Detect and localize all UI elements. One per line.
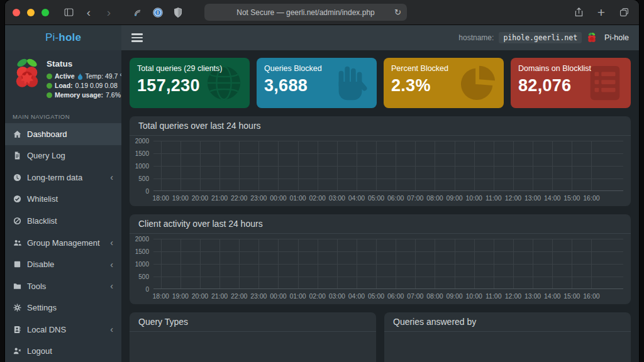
status-memory-value: 7.6% — [106, 91, 121, 99]
sidebar-item-blacklist[interactable]: Blacklist — [5, 210, 121, 232]
menu-toggle-icon[interactable] — [131, 33, 143, 42]
extension-antenna-icon[interactable] — [130, 5, 145, 20]
card-domains-blocklist: Domains on Blocklist 82,076 — [511, 58, 631, 108]
forward-button[interactable]: › — [101, 5, 116, 20]
panel-total-queries: Total queries over last 24 hours 0500100… — [130, 116, 631, 206]
card-queries-blocked: Queries Blocked 3,688 — [257, 58, 377, 108]
brand-pre: Pi- — [45, 31, 58, 44]
total-queries-chart: 0500100015002000 — [133, 141, 623, 191]
sidebar-item-settings[interactable]: Settings — [5, 297, 121, 319]
home-icon — [13, 130, 21, 138]
summary-cards: Total queries (29 clients) 157,230 Queri… — [130, 58, 631, 108]
minimize-window-button[interactable] — [27, 9, 35, 16]
sidebar-toggle-icon[interactable] — [61, 5, 76, 20]
chevron-left-icon: ‹ — [110, 238, 113, 247]
file-icon — [13, 151, 21, 160]
card-total-queries: Total queries (29 clients) 157,230 — [130, 58, 250, 108]
tab-overview-icon[interactable] — [616, 5, 631, 20]
logout-icon — [13, 347, 21, 355]
panel-title: Total queries over last 24 hours — [130, 116, 631, 136]
gear-icon — [13, 304, 21, 312]
address-bar[interactable]: Not Secure — geerli.net/admin/index.php … — [204, 4, 407, 21]
panel-client-activity: Client activity over last 24 hours 05001… — [130, 214, 631, 304]
browser-titlebar: ‹ › Not Secure — geerli.net/admin/index.… — [5, 0, 639, 25]
sidebar: Status Active Temp: 49.7 °C Load: 0.19 0… — [5, 50, 121, 362]
reload-icon[interactable]: ↻ — [394, 8, 401, 17]
check-circle-icon — [13, 195, 21, 203]
plot-area — [153, 239, 623, 289]
chevron-left-icon: ‹ — [110, 282, 113, 290]
main-content: Total queries (29 clients) 157,230 Queri… — [121, 50, 639, 362]
panel-query-types: Query Types — [130, 312, 376, 362]
raspberry-icon — [587, 32, 597, 43]
panel-title: Queries answered by — [384, 312, 631, 332]
card-percent-blocked: Percent Blocked 2.3% — [384, 58, 504, 108]
sidebar-item-logout[interactable]: Logout — [5, 340, 121, 362]
status-temp: Temp: 49.7 °C — [86, 72, 121, 80]
status-memory-label: Memory usage: — [55, 91, 103, 99]
status-load-value: 0.19 0.09 0.08 — [75, 82, 118, 89]
status-active-dot — [47, 74, 52, 79]
folder-icon — [13, 282, 21, 290]
panel-title: Client activity over last 24 hours — [130, 214, 631, 234]
hostname-label: hostname: — [458, 33, 494, 42]
new-tab-button[interactable]: + — [594, 5, 609, 20]
sidebar-item-tools[interactable]: Tools ‹ — [5, 275, 121, 297]
back-button[interactable]: ‹ — [81, 5, 96, 20]
sidebar-item-group-management[interactable]: Group Management ‹ — [5, 232, 121, 254]
sidebar-item-dashboard[interactable]: Dashboard — [5, 123, 121, 145]
nav-section-label: MAIN NAVIGATION — [5, 107, 121, 123]
sidebar-item-query-log[interactable]: Query Log — [5, 145, 121, 167]
hostname-value: pihole.geerli.net — [499, 32, 582, 43]
chevron-left-icon: ‹ — [110, 260, 113, 269]
ban-icon — [13, 217, 21, 225]
app-header: Pi-hole hostname: pihole.geerli.net Pi-h… — [5, 25, 639, 50]
stop-icon — [13, 260, 21, 268]
pihole-brand[interactable]: Pi-hole — [5, 25, 121, 50]
extension-1password-icon[interactable] — [150, 5, 165, 20]
status-title: Status — [47, 59, 121, 69]
browser-window: ‹ › Not Secure — geerli.net/admin/index.… — [5, 0, 639, 362]
navbar-brand-label: Pi-hole — [604, 33, 629, 42]
clock-icon — [13, 173, 21, 182]
client-activity-chart: 0500100015002000 — [133, 239, 623, 289]
extension-shield-icon[interactable] — [170, 5, 186, 20]
zoom-window-button[interactable] — [42, 9, 49, 16]
address-book-icon — [13, 326, 21, 334]
status-active-label: Active — [55, 72, 75, 80]
status-load-dot — [47, 83, 52, 89]
raspberry-logo — [14, 58, 40, 90]
brand-bold: hole — [58, 31, 81, 44]
plot-area — [153, 141, 623, 191]
address-bar-text: Not Secure — geerli.net/admin/index.php — [236, 8, 374, 17]
sidebar-item-disable[interactable]: Disable ‹ — [5, 253, 121, 275]
x-axis: 18:0019:0020:0021:0022:0023:0000:0001:00… — [153, 193, 623, 203]
panel-queries-answered-by: Queries answered by — [384, 312, 631, 362]
sidebar-item-local-dns[interactable]: Local DNS ‹ — [5, 319, 121, 341]
chevron-left-icon: ‹ — [110, 325, 113, 334]
y-axis: 0500100015002000 — [133, 239, 153, 289]
users-icon — [13, 239, 21, 247]
close-window-button[interactable] — [13, 9, 20, 16]
chevron-left-icon: ‹ — [110, 173, 113, 182]
status-load-label: Load: — [55, 82, 73, 89]
top-navbar: hostname: pihole.geerli.net Pi-hole — [121, 25, 639, 50]
status-memory-dot — [47, 92, 52, 98]
status-box: Status Active Temp: 49.7 °C Load: 0.19 0… — [5, 50, 121, 107]
panel-title: Query Types — [130, 312, 376, 332]
sidebar-item-long-term-data[interactable]: Long-term data ‹ — [5, 167, 121, 189]
sidebar-item-whitelist[interactable]: Whitelist — [5, 189, 121, 211]
y-axis: 0500100015002000 — [133, 141, 153, 191]
temp-icon — [77, 73, 83, 80]
x-axis: 18:0019:0020:0021:0022:0023:0000:0001:00… — [153, 291, 623, 301]
share-icon[interactable] — [571, 5, 586, 20]
